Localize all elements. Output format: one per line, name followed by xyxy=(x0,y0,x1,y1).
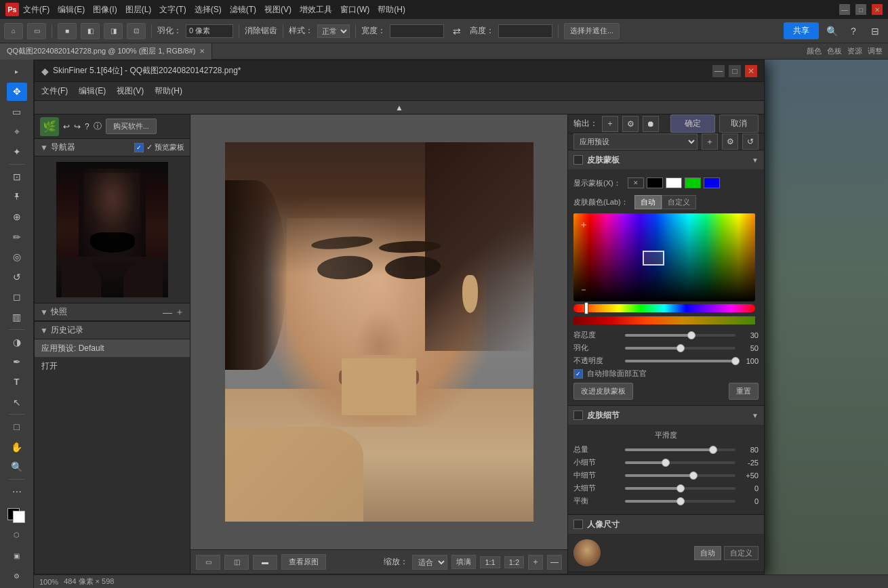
menu-filter[interactable]: 滤镜(T) xyxy=(230,4,256,16)
menu-edit[interactable]: 编辑(E) xyxy=(58,4,85,16)
ps-minimize-btn[interactable]: — xyxy=(839,4,850,15)
tool-move[interactable]: ✥ xyxy=(7,83,27,102)
menu-window[interactable]: 窗口(W) xyxy=(340,4,369,16)
panel-tab-more[interactable]: 调整 xyxy=(868,46,883,56)
ps-tool-btn-3[interactable]: ◨ xyxy=(104,23,123,39)
sf-menu-view[interactable]: 视图(V) xyxy=(117,85,144,97)
reset-btn[interactable]: 重置 xyxy=(729,383,759,400)
ps-maximize-btn[interactable]: □ xyxy=(855,4,866,15)
ps-close-btn[interactable]: ✕ xyxy=(872,4,883,15)
workspace-icon-btn[interactable]: ⊟ xyxy=(866,23,884,39)
sf-history-header[interactable]: ▼ 历史记录 xyxy=(35,322,190,339)
tool-history-brush[interactable]: ↺ xyxy=(7,268,27,287)
ratio-1-1-btn[interactable]: 1:1 xyxy=(480,556,500,568)
zoom-in-btn[interactable]: ＋ xyxy=(528,555,543,570)
tab-close-icon[interactable]: ✕ xyxy=(199,47,205,55)
preset-reset-btn[interactable]: ↺ xyxy=(742,133,759,150)
snapshot-plus-btn[interactable]: ＋ xyxy=(175,306,184,318)
large-thumb[interactable] xyxy=(677,484,685,492)
portrait-auto-btn[interactable]: 自动 xyxy=(694,546,721,560)
preview-checkbox[interactable]: ✓ xyxy=(134,143,144,152)
ps-tool-btn-4[interactable]: ⊡ xyxy=(127,23,146,39)
portrait-checkbox[interactable] xyxy=(573,520,583,529)
ratio-1-2-btn[interactable]: 1:2 xyxy=(504,556,524,568)
sf-info-btn[interactable]: ⓘ xyxy=(94,121,102,132)
auto-mode-btn[interactable]: 自动 xyxy=(634,195,662,209)
tool-text[interactable]: T xyxy=(7,373,27,392)
mask-x-btn[interactable]: ✕ xyxy=(628,177,644,188)
total-thumb[interactable] xyxy=(709,446,717,454)
fill-btn[interactable]: 填满 xyxy=(451,555,476,569)
confirm-btn[interactable]: 确定 xyxy=(670,114,715,133)
menu-image[interactable]: 图像(I) xyxy=(93,4,117,16)
sf-close-btn[interactable]: ✕ xyxy=(745,65,757,77)
tool-rectangle[interactable]: □ xyxy=(7,417,27,436)
select-subject-btn[interactable]: 选择并遮住... xyxy=(564,23,620,39)
skin-mask-checkbox[interactable] xyxy=(573,155,583,165)
tool-clone[interactable]: ◎ xyxy=(7,247,27,266)
sf-color-picker[interactable]: ＋ － xyxy=(573,213,755,301)
custom-mode-btn[interactable]: 自定义 xyxy=(662,195,696,209)
view-btn-1[interactable]: ▭ xyxy=(196,555,220,570)
fine-thumb[interactable] xyxy=(662,459,670,467)
sf-hue-bar[interactable] xyxy=(573,304,755,312)
tolerance-thumb[interactable] xyxy=(687,331,695,339)
output-plus-btn[interactable]: ＋ xyxy=(602,116,618,132)
mask-black-btn[interactable] xyxy=(647,177,663,188)
preset-add-btn[interactable]: ＋ xyxy=(702,133,718,150)
sf-menu-help[interactable]: 帮助(H) xyxy=(155,85,182,97)
mask-green-btn[interactable] xyxy=(685,177,701,188)
ps-select-rect-btn[interactable]: ▭ xyxy=(27,23,46,39)
sf-minimize-btn[interactable]: — xyxy=(712,65,725,77)
tool-bottom[interactable]: ⚙ xyxy=(7,567,27,586)
cancel-btn[interactable]: 取消 xyxy=(719,114,759,133)
ps-tab[interactable]: QQ截图20240820142728.png @ 100% (图层 1, RGB… xyxy=(0,43,212,60)
tool-quick-mask[interactable]: ⬡ xyxy=(7,525,27,544)
opacity-slider[interactable] xyxy=(625,360,735,362)
width-input[interactable] xyxy=(390,24,444,38)
skin-detail-checkbox[interactable] xyxy=(573,411,583,420)
swap-icon[interactable]: ⇄ xyxy=(448,23,466,39)
tool-heal[interactable]: ⊕ xyxy=(7,207,27,226)
balance-slider[interactable] xyxy=(625,500,735,503)
history-item-1[interactable]: 打开 xyxy=(35,357,190,375)
mask-blue-btn[interactable] xyxy=(704,177,720,188)
panel-tab-assets[interactable]: 资源 xyxy=(847,46,862,56)
sf-buy-btn[interactable]: 购买软件... xyxy=(106,119,157,134)
tool-zoom[interactable]: 🔍 xyxy=(7,458,27,477)
sf-help-btn[interactable]: ? xyxy=(85,122,89,131)
portrait-header[interactable]: 人像尺寸 xyxy=(568,515,764,534)
total-slider[interactable] xyxy=(625,448,735,451)
history-item-0[interactable]: 应用预设: Default xyxy=(35,339,190,357)
tool-magic-wand[interactable]: ✦ xyxy=(7,142,27,161)
panel-tab-swatches[interactable]: 色板 xyxy=(827,46,842,56)
sf-menu-edit[interactable]: 编辑(E) xyxy=(79,85,106,97)
opacity-thumb[interactable] xyxy=(731,357,740,365)
medium-thumb[interactable] xyxy=(689,471,698,480)
menu-help[interactable]: 帮助(H) xyxy=(378,4,405,16)
menu-plugins[interactable]: 增效工具 xyxy=(300,4,332,16)
auto-exclude-checkbox[interactable]: ✓ xyxy=(573,369,583,379)
zoom-select[interactable]: 适合 xyxy=(412,555,447,570)
tool-dodge[interactable]: ◑ xyxy=(7,333,27,352)
menu-text[interactable]: 文字(T) xyxy=(159,4,186,16)
color-swatches[interactable] xyxy=(6,505,28,524)
view-btn-3[interactable]: ▬ xyxy=(253,555,277,570)
sf-snapshot-header[interactable]: ▼ 快照 — ＋ xyxy=(35,303,190,321)
preset-settings-btn[interactable]: ⚙ xyxy=(722,133,738,150)
tool-select-rect[interactable]: ▭ xyxy=(7,102,27,121)
zoom-out-btn[interactable]: — xyxy=(547,555,562,570)
sf-redo-btn[interactable]: ↪ xyxy=(74,122,81,131)
skin-detail-header[interactable]: 皮肤细节 ▼ xyxy=(568,406,764,425)
style-select[interactable]: 正常 xyxy=(317,24,350,38)
tool-gradient[interactable]: ▥ xyxy=(7,308,27,327)
tool-brush[interactable]: ✏ xyxy=(7,228,27,247)
tool-frame[interactable]: ▣ xyxy=(7,547,27,566)
medium-slider[interactable] xyxy=(625,474,735,477)
share-btn[interactable]: 共享 xyxy=(784,22,819,39)
view-btn-2[interactable]: ◫ xyxy=(224,555,249,570)
sf-undo-btn[interactable]: ↩ xyxy=(63,122,70,131)
tool-more[interactable]: ⋯ xyxy=(7,482,27,501)
portrait-custom-btn[interactable]: 自定义 xyxy=(724,546,759,560)
tool-lasso[interactable]: ⌖ xyxy=(7,123,27,142)
